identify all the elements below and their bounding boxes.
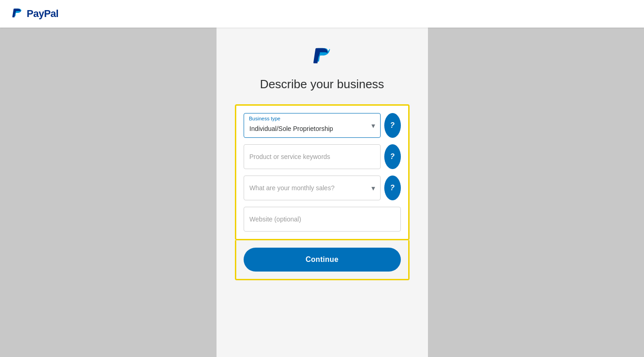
monthly-sales-row: What are your monthly sales? Under $1,00… [244, 176, 401, 200]
website-row [244, 207, 401, 232]
paypal-logo-text: PayPal [27, 8, 58, 20]
paypal-logo: PayPal [11, 7, 58, 20]
keywords-help-icon: ? [386, 150, 399, 164]
navbar: PayPal [0, 0, 644, 28]
keywords-row: ? [244, 144, 401, 169]
continue-button[interactable]: Continue [244, 248, 401, 272]
keywords-input[interactable] [244, 144, 381, 169]
monthly-sales-help-icon: ? [386, 181, 399, 195]
website-input[interactable] [244, 207, 401, 232]
keywords-help-button[interactable]: ? [384, 144, 401, 169]
card-logo [311, 46, 333, 70]
business-type-wrapper: Business type Individual/Sole Proprietor… [244, 113, 381, 138]
business-type-help-icon: ? [386, 119, 399, 132]
monthly-sales-select[interactable]: What are your monthly sales? Under $1,00… [244, 176, 381, 200]
business-type-help-button[interactable]: ? [384, 113, 401, 138]
monthly-sales-wrapper: What are your monthly sales? Under $1,00… [244, 176, 381, 200]
card-paypal-icon [311, 46, 333, 68]
monthly-sales-help-button[interactable]: ? [384, 176, 401, 200]
paypal-icon [11, 7, 24, 20]
continue-section: Continue [235, 240, 410, 280]
card-inner: Describe your business Business type Ind… [217, 28, 428, 280]
page-title: Describe your business [260, 77, 384, 91]
card-wrapper: Describe your business Business type Ind… [217, 28, 428, 357]
business-type-row: Business type Individual/Sole Proprietor… [244, 113, 401, 138]
business-type-select[interactable]: Individual/Sole Proprietorship Partnersh… [244, 113, 381, 138]
form-box: Business type Individual/Sole Proprietor… [235, 104, 410, 240]
